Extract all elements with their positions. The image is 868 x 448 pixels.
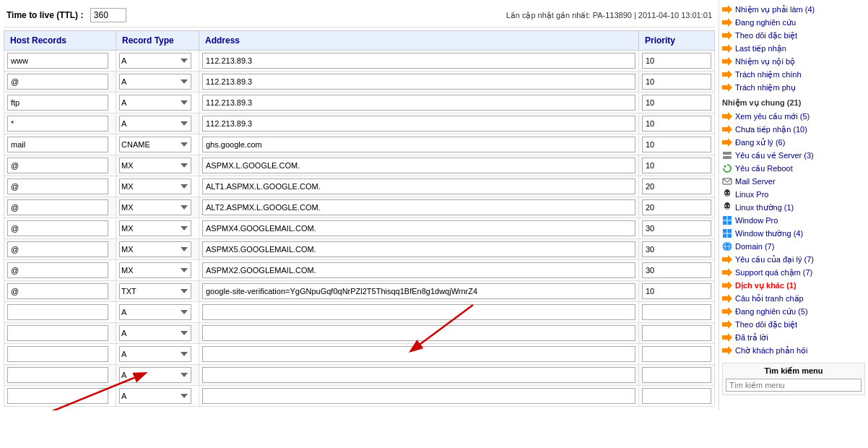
host-input[interactable] (7, 74, 108, 90)
sidebar-item-label[interactable]: Window Pro (735, 216, 778, 225)
address-input[interactable] (202, 304, 635, 320)
address-input[interactable] (202, 283, 635, 299)
address-input[interactable] (202, 178, 635, 194)
host-input[interactable] (7, 95, 108, 111)
priority-input[interactable] (642, 53, 711, 69)
address-input[interactable] (202, 137, 635, 152)
address-input[interactable] (202, 74, 635, 90)
record-type-select[interactable]: AAAAACNAMEMXTXTSRV (119, 137, 191, 152)
sidebar-item-label[interactable]: Linux thường (1) (735, 203, 794, 212)
record-type-select[interactable]: AAAAACNAMEMXTXTSRV (119, 199, 191, 215)
host-input[interactable] (7, 158, 108, 173)
priority-input[interactable] (642, 178, 711, 194)
priority-input[interactable] (642, 388, 711, 404)
host-input[interactable] (7, 346, 108, 362)
sidebar-item[interactable]: Window Pro (722, 214, 865, 227)
sidebar-item-label[interactable]: Câu hỏi tranh chấp (735, 294, 804, 303)
sidebar-item[interactable]: Last tiếp nhận (722, 42, 865, 55)
record-type-select[interactable]: AAAAACNAMEMXTXTSRV (119, 95, 191, 111)
sidebar-item[interactable]: Đang nghiên cứu (722, 16, 865, 29)
priority-input[interactable] (642, 262, 711, 278)
host-input[interactable] (7, 367, 108, 383)
address-input[interactable] (202, 220, 635, 236)
sidebar-item[interactable]: Đã trả lời (722, 331, 865, 344)
sidebar-item[interactable]: Domain (7) (722, 240, 865, 253)
sidebar-item[interactable]: Đang xử lý (6) (722, 136, 865, 149)
record-type-select[interactable]: AAAAACNAMEMXTXTSRV (119, 304, 191, 320)
sidebar-item-label[interactable]: Đang nghiên cứu (5) (735, 307, 808, 316)
sidebar-item[interactable]: Yêu cầu của đại lý (7) (722, 253, 865, 266)
sidebar-item-label[interactable]: Đang nghiên cứu (735, 18, 796, 27)
record-type-select[interactable]: AAAAACNAMEMXTXTSRV (119, 178, 191, 194)
sidebar-item[interactable]: Xem yêu cầu mới (5) (722, 110, 865, 123)
sidebar-item-label[interactable]: Yêu cầu Reboot (735, 164, 793, 173)
sidebar-item[interactable]: Đang nghiên cứu (5) (722, 305, 865, 318)
priority-input[interactable] (642, 346, 711, 362)
sidebar-item-label[interactable]: Xem yêu cầu mới (5) (735, 112, 810, 121)
host-input[interactable] (7, 304, 108, 320)
record-type-select[interactable]: AAAAACNAMEMXTXTSRV (119, 158, 191, 173)
sidebar-item[interactable]: Chờ khách phản hồi (722, 344, 865, 357)
sidebar-item[interactable]: Nhiệm vụ nội bộ (722, 55, 865, 68)
record-type-select[interactable]: AAAAACNAMEMXTXTSRV (119, 220, 191, 236)
sidebar-item-label[interactable]: Nhiệm vụ phải làm (4) (735, 5, 815, 14)
address-input[interactable] (202, 116, 635, 132)
sidebar-item-label[interactable]: Trách nhiệm chính (735, 70, 802, 79)
sidebar-item[interactable]: Chưa tiếp nhận (10) (722, 123, 865, 136)
record-type-select[interactable]: AAAAACNAMEMXTXTSRV (119, 367, 191, 383)
sidebar-item-label[interactable]: Chờ khách phản hồi (735, 346, 808, 356)
record-type-select[interactable]: AAAAACNAMEMXTXTSRV (119, 262, 191, 278)
priority-input[interactable] (642, 158, 711, 173)
sidebar-item[interactable]: Linux Pro (722, 188, 865, 201)
address-input[interactable] (202, 95, 635, 111)
host-input[interactable] (7, 388, 108, 404)
sidebar-item-label[interactable]: Nhiệm vụ nội bộ (735, 57, 795, 66)
host-input[interactable] (7, 262, 108, 278)
address-input[interactable] (202, 262, 635, 278)
sidebar-item-label[interactable]: Window thường (4) (735, 229, 803, 238)
host-input[interactable] (7, 199, 108, 215)
sidebar-item-label[interactable]: Mail Server (735, 177, 776, 186)
priority-input[interactable] (642, 137, 711, 152)
record-type-select[interactable]: AAAAACNAMEMXTXTSRV (119, 283, 191, 299)
sidebar-item-label[interactable]: Yêu cầu về Server (3) (735, 151, 814, 160)
host-input[interactable] (7, 241, 108, 257)
host-input[interactable] (7, 325, 108, 341)
host-input[interactable] (7, 53, 108, 69)
host-input[interactable] (7, 137, 108, 152)
record-type-select[interactable]: AAAAACNAMEMXTXTSRV (119, 241, 191, 257)
address-input[interactable] (202, 158, 635, 173)
record-type-select[interactable]: AAAAACNAMEMXTXTSRV (119, 53, 191, 69)
priority-input[interactable] (642, 220, 711, 236)
sidebar-item[interactable]: Theo dõi đặc biệt (722, 29, 865, 42)
host-input[interactable] (7, 178, 108, 194)
priority-input[interactable] (642, 95, 711, 111)
record-type-select[interactable]: AAAAACNAMEMXTXTSRV (119, 388, 191, 404)
sidebar-item[interactable]: Mail Server (722, 175, 865, 188)
address-input[interactable] (202, 367, 635, 383)
address-input[interactable] (202, 388, 635, 404)
sidebar-item[interactable]: Linux thường (1) (722, 201, 865, 214)
sidebar-item[interactable]: Support quá chậm (7) (722, 266, 865, 279)
sidebar-item-label[interactable]: Trách nhiệm phụ (735, 83, 796, 92)
sidebar-item[interactable]: Dịch vụ khác (1) (722, 279, 865, 292)
sidebar-item[interactable]: Trách nhiệm phụ (722, 81, 865, 94)
host-input[interactable] (7, 220, 108, 236)
search-input[interactable] (726, 379, 862, 392)
sidebar-item[interactable]: Theo dõi đặc biệt (722, 318, 865, 331)
sidebar-item-label[interactable]: Đã trả lời (735, 333, 768, 343)
record-type-select[interactable]: AAAAACNAMEMXTXTSRV (119, 346, 191, 362)
address-input[interactable] (202, 199, 635, 215)
priority-input[interactable] (642, 367, 711, 383)
sidebar-item-label[interactable]: Domain (7) (735, 242, 774, 251)
priority-input[interactable] (642, 116, 711, 132)
host-input[interactable] (7, 283, 108, 299)
sidebar-item-label[interactable]: Dịch vụ khác (1) (735, 281, 797, 290)
record-type-select[interactable]: AAAAACNAMEMXTXTSRV (119, 325, 191, 341)
sidebar-item-label[interactable]: Yêu cầu của đại lý (7) (735, 255, 814, 264)
priority-input[interactable] (642, 304, 711, 320)
sidebar-item[interactable]: Nhiệm vụ phải làm (4) (722, 3, 865, 16)
address-input[interactable] (202, 346, 635, 362)
priority-input[interactable] (642, 283, 711, 299)
address-input[interactable] (202, 241, 635, 257)
